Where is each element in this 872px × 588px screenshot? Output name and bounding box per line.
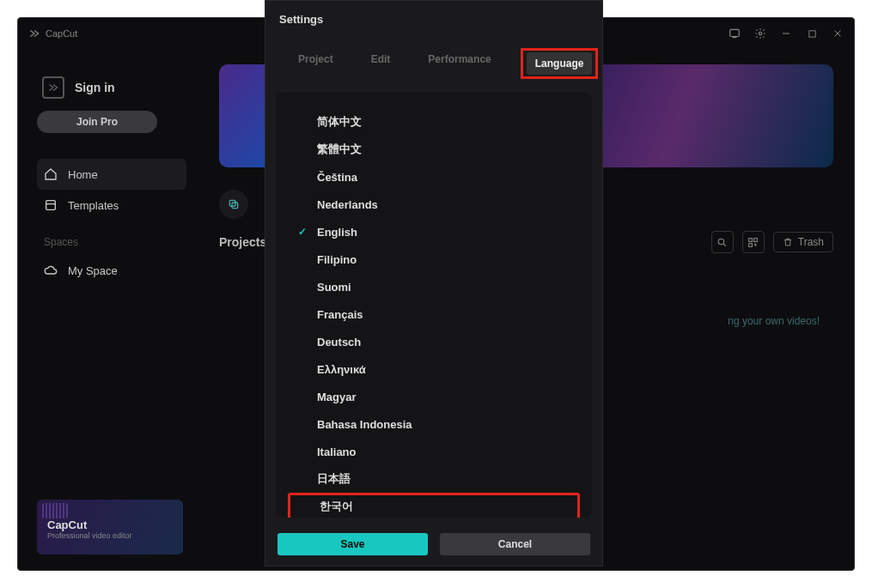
close-icon[interactable] <box>832 27 844 39</box>
language-option[interactable]: Nederlands <box>288 191 580 218</box>
minimize-icon[interactable] <box>780 27 792 39</box>
language-option[interactable]: Italiano <box>288 438 580 465</box>
sidebar-item-templates[interactable]: Templates <box>37 190 186 221</box>
search-button[interactable] <box>711 231 734 253</box>
svg-rect-0 <box>730 29 740 36</box>
language-label: Magyar <box>317 391 357 403</box>
language-label: Ελληνικά <box>317 363 366 376</box>
app-name: CapCut <box>46 28 77 39</box>
avatar-icon <box>42 76 64 99</box>
tab-edit[interactable]: Edit <box>363 48 399 79</box>
modal-title: Settings <box>265 1 602 33</box>
gear-icon[interactable] <box>754 27 766 39</box>
svg-rect-13 <box>754 238 758 241</box>
svg-rect-6 <box>46 201 56 210</box>
svg-rect-3 <box>808 30 814 36</box>
language-label: Suomi <box>317 281 351 294</box>
language-label: Français <box>317 308 363 321</box>
language-list: 简体中文繁體中文ČeštinaNederlands✓EnglishFilipin… <box>276 93 592 518</box>
signin-button[interactable]: Sign in <box>42 76 181 99</box>
language-option[interactable]: Bahasa Indonesia <box>288 410 580 438</box>
recent-action-button[interactable] <box>219 190 248 219</box>
language-option[interactable]: Magyar <box>288 383 580 410</box>
sidebar-item-myspace[interactable]: My Space <box>37 255 186 286</box>
tab-project[interactable]: Project <box>290 48 342 79</box>
sidebar: Sign in Join Pro Home Templates Spaces M… <box>18 49 198 570</box>
language-option[interactable]: Filipino <box>288 246 580 273</box>
trash-button[interactable]: Trash <box>773 232 833 252</box>
trash-label: Trash <box>798 236 824 248</box>
language-option[interactable]: 简体中文 <box>288 108 580 136</box>
language-label: 한국어 <box>320 499 353 514</box>
promo-card[interactable]: CapCut Professional video editor <box>37 500 183 555</box>
language-label: Čeština <box>317 171 357 184</box>
save-button[interactable]: Save <box>277 533 428 555</box>
language-label: Deutsch <box>317 336 361 349</box>
promo-subtitle: Professional video editor <box>47 531 173 540</box>
svg-line-11 <box>723 244 726 246</box>
spaces-heading: Spaces <box>44 236 180 248</box>
language-label: Nederlands <box>317 198 378 211</box>
language-option[interactable]: Suomi <box>288 273 580 300</box>
settings-tabs: Project Edit Performance Language <box>265 33 602 88</box>
sidebar-item-label: Templates <box>68 199 119 212</box>
language-label: Filipino <box>317 253 357 266</box>
feedback-icon[interactable] <box>729 27 741 39</box>
language-label: 日本語 <box>317 471 351 487</box>
settings-modal: Settings Project Edit Performance Langua… <box>265 0 603 567</box>
language-label: Italiano <box>317 446 357 458</box>
language-label: Bahasa Indonesia <box>317 418 412 431</box>
sidebar-item-home[interactable]: Home <box>37 159 186 190</box>
language-option[interactable]: Deutsch <box>288 328 580 355</box>
language-option[interactable]: Français <box>288 300 580 328</box>
svg-point-10 <box>718 239 724 245</box>
highlight-language-tab: Language <box>521 48 599 79</box>
language-option[interactable]: 繁體中文 <box>288 136 580 163</box>
projects-heading: Projects <box>219 235 266 249</box>
language-label: English <box>317 226 357 239</box>
join-pro-button[interactable]: Join Pro <box>37 111 157 133</box>
tab-language[interactable]: Language <box>527 52 593 75</box>
svg-rect-12 <box>749 238 753 241</box>
maximize-icon[interactable] <box>806 27 818 39</box>
cancel-button[interactable]: Cancel <box>440 533 590 555</box>
signin-label: Sign in <box>75 81 115 94</box>
logo-icon <box>28 27 40 39</box>
promo-graphic <box>42 503 68 518</box>
language-option[interactable]: 한국어 <box>288 493 580 518</box>
language-option[interactable]: ✓English <box>288 218 580 246</box>
language-option[interactable]: 日本語 <box>288 465 580 493</box>
svg-point-1 <box>759 32 762 35</box>
language-label: 繁體中文 <box>317 142 362 157</box>
sidebar-item-label: Home <box>68 168 98 181</box>
cloud-icon <box>44 264 58 277</box>
language-option[interactable]: Ελληνικά <box>288 355 580 383</box>
svg-rect-14 <box>749 243 753 246</box>
tab-performance[interactable]: Performance <box>419 48 499 79</box>
home-icon <box>44 167 58 181</box>
check-icon: ✓ <box>296 226 308 238</box>
language-label: 简体中文 <box>317 114 362 130</box>
templates-icon <box>44 198 58 212</box>
empty-hint: ng your own videos! <box>728 315 820 327</box>
sort-button[interactable] <box>742 231 765 253</box>
promo-title: CapCut <box>47 518 173 531</box>
sidebar-item-label: My Space <box>68 264 118 277</box>
language-option[interactable]: Čeština <box>288 163 580 191</box>
